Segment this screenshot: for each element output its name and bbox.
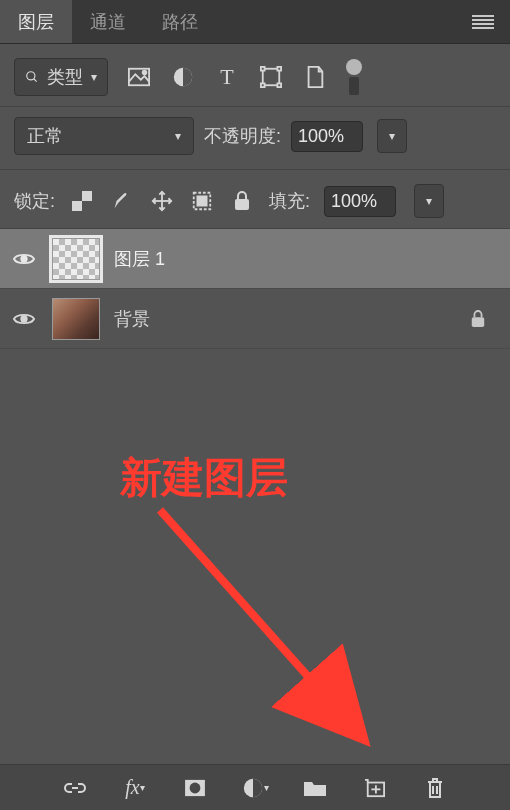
svg-rect-16 bbox=[197, 196, 206, 205]
lock-artboard-icon[interactable] bbox=[189, 188, 215, 214]
layer-name[interactable]: 背景 bbox=[114, 307, 456, 331]
layer-style-button[interactable]: fx▾ bbox=[120, 775, 150, 801]
filter-shape-icon[interactable] bbox=[258, 64, 284, 90]
new-layer-button[interactable] bbox=[360, 775, 390, 801]
mask-icon bbox=[184, 779, 206, 797]
opacity-field[interactable]: 100% bbox=[291, 121, 363, 152]
svg-point-19 bbox=[21, 316, 27, 322]
svg-rect-7 bbox=[277, 67, 281, 71]
layer-name[interactable]: 图层 1 bbox=[114, 247, 500, 271]
lock-all-icon[interactable] bbox=[229, 188, 255, 214]
hamburger-icon bbox=[472, 15, 494, 29]
fill-field[interactable]: 100% bbox=[324, 186, 396, 217]
divider bbox=[0, 106, 510, 107]
opacity-dropdown[interactable]: ▾ bbox=[377, 119, 407, 153]
blend-opacity-row: 正常 ▾ 不透明度: 100% ▾ bbox=[0, 111, 510, 165]
layers-footer: fx▾ ▾ bbox=[0, 764, 510, 810]
filter-adjust-icon[interactable] bbox=[170, 64, 196, 90]
link-icon bbox=[63, 781, 87, 795]
filter-toggle[interactable] bbox=[346, 59, 362, 95]
blend-mode-value: 正常 bbox=[27, 124, 63, 148]
svg-rect-8 bbox=[261, 83, 265, 87]
layer-filter-row: 类型 ▾ T bbox=[0, 44, 510, 102]
adjust-icon bbox=[242, 777, 264, 799]
chevron-down-icon: ▾ bbox=[389, 129, 395, 143]
visibility-toggle[interactable] bbox=[10, 311, 38, 327]
svg-rect-11 bbox=[72, 191, 82, 201]
svg-point-23 bbox=[190, 782, 201, 793]
delete-layer-button[interactable] bbox=[420, 775, 450, 801]
svg-line-21 bbox=[160, 510, 360, 735]
lock-label: 锁定: bbox=[14, 189, 55, 213]
toggle-knob-icon bbox=[346, 59, 362, 75]
layer-thumbnail[interactable] bbox=[52, 298, 100, 340]
layers-list: 图层 1 背景 bbox=[0, 228, 510, 349]
annotation-arrow bbox=[150, 500, 400, 760]
blend-mode-select[interactable]: 正常 ▾ bbox=[14, 117, 194, 155]
svg-rect-12 bbox=[82, 201, 92, 211]
group-button[interactable] bbox=[300, 775, 330, 801]
panel-menu-button[interactable] bbox=[456, 15, 510, 29]
annotation-text: 新建图层 bbox=[120, 450, 288, 506]
chevron-down-icon: ▾ bbox=[175, 129, 181, 143]
svg-rect-17 bbox=[235, 199, 249, 210]
filter-type-label: 类型 bbox=[47, 65, 83, 89]
lock-position-icon[interactable] bbox=[149, 188, 175, 214]
svg-rect-9 bbox=[277, 83, 281, 87]
fill-label: 填充: bbox=[269, 189, 310, 213]
tab-layers[interactable]: 图层 bbox=[0, 0, 72, 43]
svg-point-0 bbox=[27, 72, 35, 80]
filter-type-text-icon[interactable]: T bbox=[214, 64, 240, 90]
panel-tab-bar: 图层 通道 路径 bbox=[0, 0, 510, 44]
new-layer-icon bbox=[364, 778, 386, 798]
opacity-label: 不透明度: bbox=[204, 124, 281, 148]
visibility-toggle[interactable] bbox=[10, 251, 38, 267]
lock-transparency-icon[interactable] bbox=[69, 188, 95, 214]
filter-type-select[interactable]: 类型 ▾ bbox=[14, 58, 108, 96]
link-layers-button[interactable] bbox=[60, 775, 90, 801]
filter-smartobject-icon[interactable] bbox=[302, 64, 328, 90]
folder-icon bbox=[303, 779, 327, 797]
svg-rect-20 bbox=[472, 317, 484, 327]
toggle-slot-icon bbox=[349, 77, 359, 95]
tab-channels[interactable]: 通道 bbox=[72, 0, 144, 43]
svg-line-1 bbox=[34, 79, 37, 82]
eye-icon bbox=[13, 311, 35, 327]
layer-row[interactable]: 背景 bbox=[0, 289, 510, 349]
layer-row[interactable]: 图层 1 bbox=[0, 229, 510, 289]
layer-mask-button[interactable] bbox=[180, 775, 210, 801]
chevron-down-icon: ▾ bbox=[426, 194, 432, 208]
adjustment-layer-button[interactable]: ▾ bbox=[240, 775, 270, 801]
svg-point-18 bbox=[21, 256, 27, 262]
trash-icon bbox=[426, 777, 444, 799]
layer-thumbnail[interactable] bbox=[52, 238, 100, 280]
search-icon bbox=[25, 70, 39, 84]
filter-pixel-icon[interactable] bbox=[126, 64, 152, 90]
svg-point-3 bbox=[143, 71, 147, 75]
lock-pixels-icon[interactable] bbox=[109, 188, 135, 214]
lock-row: 锁定: 填充: 100% ▾ bbox=[0, 174, 510, 228]
lock-indicator-icon bbox=[470, 310, 500, 328]
chevron-down-icon: ▾ bbox=[91, 70, 97, 84]
tab-paths[interactable]: 路径 bbox=[144, 0, 216, 43]
svg-rect-6 bbox=[261, 67, 265, 71]
eye-icon bbox=[13, 251, 35, 267]
fill-dropdown[interactable]: ▾ bbox=[414, 184, 444, 218]
divider bbox=[0, 169, 510, 170]
